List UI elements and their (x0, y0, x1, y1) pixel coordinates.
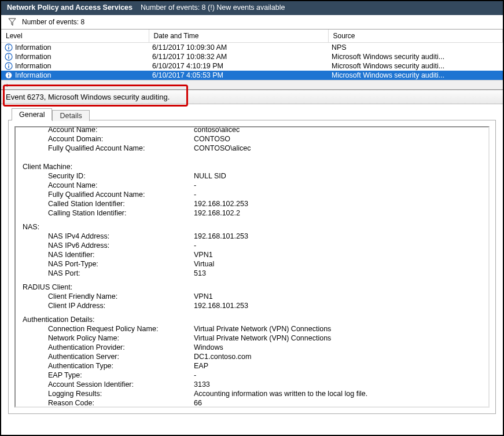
detail-section-title: NAS: (20, 222, 484, 232)
detail-label: Fully Qualified Account Name: (20, 144, 194, 153)
table-row[interactable]: Information6/10/2017 4:05:53 PMMicrosoft… (1, 71, 503, 80)
detail-label: Called Station Identifier: (20, 199, 194, 208)
svg-rect-8 (8, 65, 9, 68)
detail-value: Virtual Private Network (VPN) Connection… (194, 324, 484, 334)
detail-row: Client IP Address:192.168.101.253 (20, 301, 484, 310)
source-cell: Microsoft Windows security auditi... (328, 71, 503, 80)
detail-value: EAP (194, 361, 484, 371)
event-header: Event 6273, Microsoft Windows security a… (1, 90, 503, 104)
detail-row: NAS Port:513 (20, 269, 484, 278)
svg-rect-2 (8, 47, 9, 50)
detail-row: NAS IPv4 Address:192.168.101.253 (20, 232, 484, 241)
detail-row: Fully Qualified Account Name:- (20, 190, 484, 199)
detail-label: Client IP Address: (20, 301, 194, 310)
detail-value: Accounting information was written to th… (194, 389, 484, 398)
detail-value: 513 (194, 269, 484, 278)
event-detail-pane[interactable]: Account Name:contoso\alicecAccount Domai… (14, 126, 490, 408)
detail-row: NAS Port-Type:Virtual (20, 259, 484, 269)
events-grid: Level Date and Time Source Information6/… (1, 30, 503, 90)
detail-value: 192.168.102.253 (194, 199, 484, 208)
detail-value: - (194, 241, 484, 250)
detail-value: Virtual (194, 259, 484, 269)
svg-rect-9 (8, 64, 9, 65)
events-table[interactable]: Level Date and Time Source Information6/… (1, 30, 503, 80)
detail-row: EAP Type:- (20, 371, 484, 380)
detail-value: 66 (194, 398, 484, 408)
svg-rect-6 (8, 54, 9, 56)
detail-value: NULL SID (194, 171, 484, 181)
source-cell: Microsoft Windows security auditi... (328, 52, 503, 61)
source-cell: Microsoft Windows security auditi... (328, 61, 503, 71)
tab-details[interactable]: Details (52, 110, 89, 121)
detail-row: Fully Qualified Account Name:CONTOSO\ali… (20, 144, 484, 153)
svg-marker-0 (9, 19, 16, 25)
event-title: Event 6273, Microsoft Windows security a… (6, 93, 170, 101)
table-row[interactable]: Information6/11/2017 10:09:30 AMNPS (1, 43, 503, 53)
app-title: Network Policy and Access Services (7, 3, 133, 12)
horizontal-scrollbar[interactable]: ◂ (1, 80, 503, 89)
information-icon (5, 71, 13, 79)
detail-label: NAS Port: (20, 269, 194, 278)
detail-label: Fully Qualified Account Name: (20, 190, 194, 199)
detail-value: - (194, 371, 484, 380)
filter-icon[interactable] (8, 18, 16, 26)
detail-row: Logging Results:Accounting information w… (20, 389, 484, 398)
detail-row: Account Domain:CONTOSO (20, 134, 484, 144)
detail-value: contoso\alicec (194, 126, 484, 134)
scroll-track[interactable] (10, 81, 503, 89)
detail-value: 192.168.101.253 (194, 301, 484, 310)
detail-value: 192.168.101.253 (194, 232, 484, 241)
detail-label: NAS IPv4 Address: (20, 232, 194, 241)
detail-section-title: RADIUS Client: (20, 283, 484, 292)
filter-bar: Number of events: 8 (1, 15, 503, 30)
detail-label: Calling Station Identifier: (20, 208, 194, 218)
level-text: Information (15, 71, 51, 79)
detail-value: Virtual Private Network (VPN) Connection… (194, 334, 484, 343)
svg-rect-3 (8, 45, 9, 46)
detail-section-title: Authentication Details: (20, 315, 484, 324)
detail-row: Account Session Identifier:3133 (20, 380, 484, 389)
scroll-left-arrow[interactable]: ◂ (1, 81, 10, 89)
detail-label: Connection Request Policy Name: (20, 324, 194, 334)
detail-value: VPN1 (194, 292, 484, 301)
table-row[interactable]: Information6/11/2017 10:08:32 AMMicrosof… (1, 52, 503, 61)
title-bar: Network Policy and Access Services Numbe… (1, 1, 503, 15)
detail-row: Authentication Provider:Windows (20, 343, 484, 352)
detail-row: Authentication Server:DC1.contoso.com (20, 352, 484, 361)
detail-value: 192.168.102.2 (194, 208, 484, 218)
table-row[interactable]: Information6/10/2017 4:10:19 PMMicrosoft… (1, 61, 503, 71)
detail-value: 3133 (194, 380, 484, 389)
detail-section-title: Client Machine: (20, 162, 484, 171)
detail-row: Called Station Identifier:192.168.102.25… (20, 199, 484, 208)
col-source[interactable]: Source (328, 30, 503, 43)
detail-row: Account Name:- (20, 181, 484, 190)
detail-label: Logging Results: (20, 389, 194, 398)
source-cell: NPS (328, 43, 503, 53)
svg-rect-11 (8, 75, 9, 78)
detail-value: Windows (194, 343, 484, 352)
detail-label: Account Domain: (20, 134, 194, 144)
level-text: Information (15, 53, 51, 61)
events-summary: Number of events: 8 (!) New events avail… (141, 3, 285, 12)
detail-value: - (194, 190, 484, 199)
filter-count-label: Number of events: 8 (22, 18, 84, 26)
level-text: Information (15, 43, 51, 52)
detail-row: Connection Request Policy Name:Virtual P… (20, 324, 484, 334)
col-datetime[interactable]: Date and Time (149, 30, 328, 43)
table-header-row[interactable]: Level Date and Time Source (1, 30, 503, 43)
detail-row: Reason Code:66 (20, 398, 484, 408)
svg-rect-5 (8, 56, 9, 59)
col-level[interactable]: Level (1, 30, 149, 43)
detail-label: Authentication Provider: (20, 343, 194, 352)
detail-label: EAP Type: (20, 371, 194, 380)
detail-row: Network Policy Name:Virtual Private Netw… (20, 334, 484, 343)
detail-row: Authentication Type:EAP (20, 361, 484, 371)
detail-value: - (194, 181, 484, 190)
detail-label: NAS Port-Type: (20, 259, 194, 269)
detail-row: Client Friendly Name:VPN1 (20, 292, 484, 301)
tab-general[interactable]: General (12, 108, 52, 120)
detail-label: Authentication Type: (20, 361, 194, 371)
detail-value: DC1.contoso.com (194, 352, 484, 361)
detail-row: Account Name:contoso\alicec (20, 126, 484, 134)
information-icon (5, 43, 13, 52)
